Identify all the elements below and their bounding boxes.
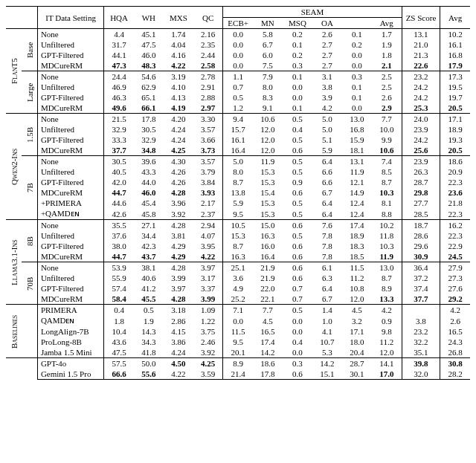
cell-qc: 4.07 [193,230,223,241]
cell-savg: 10.3 [372,241,402,251]
cell-ecb: 16.4 [223,145,253,156]
cell-hqa: 38.0 [104,241,134,251]
cell-oa: 15.1 [312,369,342,380]
cell-sc: 18.1 [342,145,372,156]
col-wh: WH [134,7,164,29]
cell-mn: 10.6 [253,114,283,125]
cell-oa: 4.1 [312,326,342,337]
cell-hqa: 43.6 [104,337,134,347]
table-row: MDCureRM47.348.34.222.580.07.50.32.70.02… [6,60,470,71]
setting-label: LongAlign-7B [37,326,103,337]
cell-wh: 32.9 [134,135,164,145]
table-row: LargeNone24.454.63.192.781.17.90.13.10.3… [6,71,470,82]
cell-oa: 2.7 [312,39,342,50]
cell-oa: 3.1 [312,71,342,82]
cell-oa: 6.6 [312,177,342,187]
setting-label: MDCureRM [37,145,103,156]
cell-msq: 0.1 [283,103,312,114]
cell-savg: 14.1 [372,358,402,369]
cell-oa: 5.1 [312,135,342,145]
cell-qc: 2.35 [193,39,223,50]
cell-wh: 34.8 [134,145,164,156]
cell-mn: 16.3 [253,230,283,241]
cell-sc: 30.1 [342,369,372,380]
cell-hqa: 10.4 [104,326,134,337]
cell-msq: 0.6 [283,241,312,251]
cell-msq: 0.1 [283,39,312,50]
setting-label: ProLong-8B [37,337,103,347]
size-label: Large [22,71,37,114]
cell-hqa: 21.5 [104,114,134,125]
cell-avg: 22.9 [440,241,470,251]
cell-avg: 16.5 [440,326,470,337]
cell-msq: 0.7 [283,283,312,294]
cell-mxs: 4.29 [164,241,193,251]
table-row: MDCureRM44.746.04.283.9313.815.40.66.714… [6,187,470,198]
cell-hqa: 44.6 [104,198,134,208]
table-row: ProLong-8B43.634.33.862.469.517.40.410.7… [6,337,470,347]
col-qc: QC [193,7,223,29]
cell-hqa: 57.5 [104,358,134,369]
setting-label: +PRIMERA [37,198,103,208]
cell-hqa: 47.5 [104,347,134,358]
cell-avg: 10.2 [440,29,470,40]
cell-mxs: 4.19 [164,103,193,114]
cell-msq: 0.0 [283,347,312,358]
cell-avg: 2.6 [440,315,470,326]
table-row: MDCureRM58.445.54.283.9925.222.10.76.712… [6,294,470,305]
col-zs: ZS Score [402,7,440,29]
cell-hqa: 35.5 [104,220,134,231]
cell-avg: 27.3 [440,273,470,283]
cell-msq: 0.4 [283,337,312,347]
setting-label: MDCureRM [37,60,103,71]
setting-label: MDCureRM [37,187,103,198]
cell-sc: 0.3 [342,71,372,82]
cell-ecb: 0.0 [223,39,253,50]
table-row: GPT-Filtered57.441.23.973.374.922.00.76.… [6,283,470,294]
cell-oa: 2.7 [312,50,342,60]
cell-savg: 8.8 [372,208,402,220]
col-sc [342,18,372,29]
cell-wh: 46.0 [134,187,164,198]
setting-label: Jamba 1.5 Mini [37,347,103,358]
cell-qc: 3.79 [193,166,223,177]
cell-hqa: 31.7 [104,39,134,50]
cell-oa: 6.4 [312,198,342,208]
cell-avg: 22.3 [440,208,470,220]
cell-msq: 0.6 [283,273,312,283]
cell-msq: 0.5 [283,198,312,208]
cell-mxs: 3.18 [164,305,193,316]
cell-zs: 39.8 [402,358,440,369]
table-row: Unfiltered32.930.54.243.5715.712.00.45.0… [6,124,470,135]
cell-savg: 8.7 [372,177,402,187]
cell-ecb: 5.9 [223,198,253,208]
cell-savg: 8.5 [372,166,402,177]
cell-hqa: 4.4 [104,29,134,40]
cell-mn: 15.3 [253,177,283,187]
cell-mxs: 4.22 [164,60,193,71]
cell-savg: 1.9 [372,39,402,50]
cell-qc: 2.97 [193,103,223,114]
cell-mn: 15.3 [253,166,283,177]
cell-ecb: 10.5 [223,220,253,231]
cell-zs: 27.7 [402,198,440,208]
cell-qc: 3.93 [193,187,223,198]
cell-zs: 24.2 [402,92,440,103]
cell-sc: 4.5 [342,305,372,316]
cell-oa: 7.6 [312,220,342,231]
cell-avg: 27.6 [440,283,470,294]
cell-sc: 13.0 [342,114,372,125]
cell-oa: 6.4 [312,283,342,294]
cell-mxs: 4.24 [164,347,193,358]
cell-savg: 4.2 [372,305,402,316]
cell-sc: 12.1 [342,177,372,187]
table-row: QAMDᴇɴ1.81.92.861.220.04.50.01.03.20.93.… [6,315,470,326]
table-row: LongAlign-7B10.414.34.153.7511.516.50.04… [6,326,470,337]
cell-msq: 0.0 [283,326,312,337]
cell-oa: 1.0 [312,315,342,326]
cell-ecb: 21.4 [223,369,253,380]
cell-savg: 2.5 [372,82,402,92]
cell-mn: 12.0 [253,135,283,145]
table-row: GPT-Filtered42.044.04.263.848.715.30.96.… [6,177,470,187]
col-savg: Avg [372,18,402,29]
